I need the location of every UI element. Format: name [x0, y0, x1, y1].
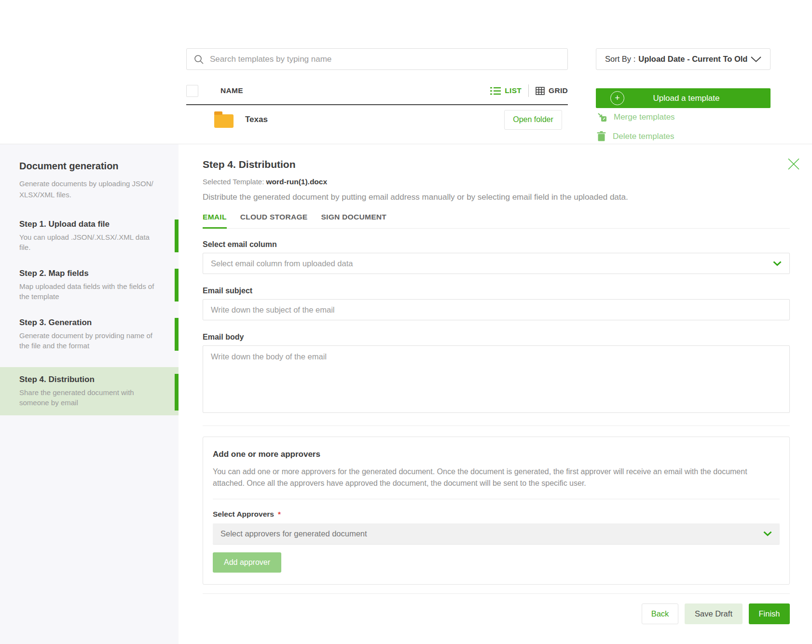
view-toggles: LIST GRID [490, 84, 568, 97]
chevron-down-icon [773, 261, 782, 266]
document-generation-modal: Document generation Generate documents b… [0, 144, 812, 644]
step-description: Distribute the generated document by put… [203, 192, 790, 202]
selected-template-label: Selected Template: [203, 178, 264, 186]
tab-email[interactable]: EMAIL [203, 213, 227, 229]
open-folder-button[interactable]: Open folder [504, 110, 562, 130]
delete-templates-action[interactable]: Delete templates [597, 131, 674, 141]
sort-by-dropdown[interactable]: Sort By : Upload Date - Current To Old [596, 48, 771, 70]
name-column-header: NAME [220, 86, 243, 95]
add-approver-button[interactable]: Add approver [213, 552, 281, 573]
approvers-description: You can add one or more approvers for th… [213, 466, 780, 489]
tab-cloud-storage[interactable]: CLOUD STORAGE [240, 213, 308, 229]
approvers-select-placeholder: Select approvers for generated document [220, 529, 763, 538]
email-subject-label: Email subject [203, 287, 790, 295]
approvers-heading: Add one or more approvers [213, 450, 780, 459]
step-4-desc: Share the generated document with someon… [19, 387, 160, 408]
list-view-icon [490, 87, 501, 95]
email-body-textarea[interactable] [203, 345, 790, 413]
folder-name: Texas [245, 115, 268, 124]
grid-view-icon [536, 87, 545, 95]
wizard-steps: Step 1. Upload data file You can upload … [19, 219, 164, 415]
required-asterisk: * [278, 510, 281, 518]
email-body-label: Email body [203, 333, 790, 342]
close-modal-button[interactable] [787, 158, 800, 171]
step-1-progress-bar [175, 219, 179, 252]
close-icon [787, 158, 800, 170]
divider [203, 425, 790, 426]
grid-view-toggle[interactable]: GRID [536, 86, 568, 95]
email-subject-input[interactable] [203, 299, 790, 320]
folder-icon [214, 114, 234, 128]
email-column-select[interactable]: Select email column from uploaded data [203, 253, 790, 274]
step-2-desc: Map uploaded data fields with the fields… [19, 281, 160, 301]
tab-sign-document[interactable]: SIGN DOCUMENT [321, 213, 386, 229]
list-view-toggle[interactable]: LIST [490, 86, 522, 95]
search-icon [193, 54, 204, 65]
upload-template-label: Upload a template [624, 94, 748, 103]
select-all-checkbox[interactable] [186, 85, 198, 97]
distribution-tabs: EMAIL CLOUD STORAGE SIGN DOCUMENT [203, 213, 790, 229]
step4-panel: Step 4. Distribution Selected Template: … [179, 144, 812, 644]
grid-view-label: GRID [549, 86, 568, 95]
merge-templates-label: Merge templates [614, 112, 675, 122]
approvers-card: Add one or more approvers You can add on… [203, 437, 790, 585]
sidebar-step-4-active[interactable]: Step 4. Distribution Share the generated… [0, 367, 179, 415]
step-3-desc: Generate document by providing name of t… [19, 330, 160, 351]
step-4-title: Step 4. Distribution [19, 375, 160, 384]
step-4-progress-bar [175, 374, 179, 411]
save-draft-button[interactable]: Save Draft [685, 603, 743, 624]
search-input[interactable] [210, 55, 561, 64]
step-1-title: Step 1. Upload data file [19, 219, 160, 229]
templates-list-header: NAME LIST GRID [186, 77, 568, 105]
delete-templates-label: Delete templates [613, 132, 674, 141]
back-button[interactable]: Back [642, 603, 678, 624]
plus-circle-icon: + [610, 91, 624, 105]
select-approvers-text: Select Approvers [213, 510, 274, 518]
step-2-progress-bar [175, 269, 179, 301]
step-3-title: Step 3. Generation [19, 318, 160, 328]
email-column-placeholder: Select email column from uploaded data [211, 259, 773, 268]
merge-icon [597, 112, 607, 122]
sort-by-label: Sort By : [605, 55, 635, 64]
list-view-label: LIST [505, 86, 522, 95]
approvers-select[interactable]: Select approvers for generated document [213, 523, 780, 545]
step-1-desc: You can upload .JSON/.XLSX/.XML data fil… [19, 232, 160, 252]
chevron-down-icon [751, 56, 761, 62]
selected-template-value: word-run(1).docx [266, 178, 327, 186]
sidebar-step-3[interactable]: Step 3. Generation Generate document by … [0, 318, 179, 351]
toggle-divider [528, 84, 529, 97]
email-column-label: Select email column [203, 240, 790, 249]
divider [213, 499, 780, 499]
divider [203, 593, 790, 594]
selected-template-line: Selected Template: word-run(1).docx [203, 178, 790, 186]
select-approvers-label: Select Approvers* [213, 510, 780, 519]
trash-icon [597, 131, 606, 141]
step-2-title: Step 2. Map fields [19, 269, 160, 278]
folder-cell[interactable]: Texas [214, 111, 268, 128]
sort-by-value: Upload Date - Current To Old [638, 55, 747, 64]
chevron-down-icon [763, 531, 772, 536]
templates-page: Sort By : Upload Date - Current To Old N… [0, 0, 812, 644]
merge-templates-action[interactable]: Merge templates [597, 112, 675, 122]
step-heading: Step 4. Distribution [203, 159, 790, 170]
step-3-progress-bar [175, 318, 179, 351]
wizard-subtitle: Generate documents by uploading JSON/ XL… [19, 178, 154, 200]
sidebar-step-2[interactable]: Step 2. Map fields Map uploaded data fie… [0, 269, 179, 301]
sidebar-step-1[interactable]: Step 1. Upload data file You can upload … [0, 219, 179, 252]
wizard-title: Document generation [19, 161, 164, 172]
search-input-wrapper [186, 48, 568, 70]
finish-button[interactable]: Finish [749, 603, 790, 624]
wizard-footer: Back Save Draft Finish [203, 603, 790, 624]
wizard-sidebar: Document generation Generate documents b… [0, 144, 179, 644]
folder-row: Texas Open folder [186, 105, 568, 134]
upload-template-button[interactable]: + Upload a template [596, 88, 771, 108]
